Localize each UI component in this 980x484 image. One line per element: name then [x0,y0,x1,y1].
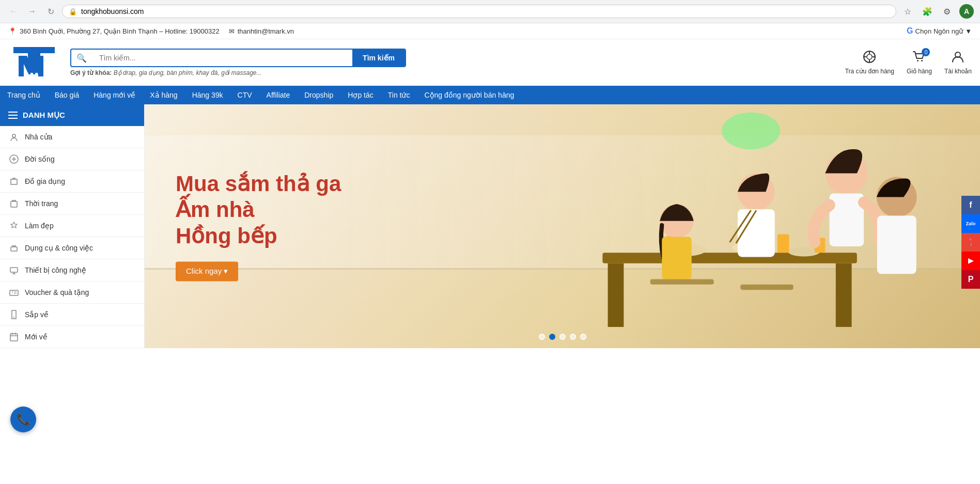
site-header: M 🔍 Tìm kiếm Gợi ý từ khóa: Bộ drap, gia… [0,39,980,86]
sidebar-item-thietbi[interactable]: Thiết bị công nghệ [0,259,144,282]
tools-icon [8,242,20,254]
sidebar-item-dungcu[interactable]: Dụng cụ & công việc [0,237,144,259]
beauty-icon [8,220,20,231]
nav-xahang[interactable]: Xả hàng [143,86,184,104]
svg-rect-23 [10,290,18,295]
sidebar-item-sapve[interactable]: Sắp về [0,304,144,326]
sidebar-label-moive: Mới về [25,333,48,341]
sidebar-item-doisong[interactable]: Đời sống [0,148,144,170]
phone-sidebar-icon [8,309,20,320]
nav-trangchu[interactable]: Trang chủ [0,86,48,104]
user-avatar[interactable]: A [959,4,974,19]
sidebar-item-lamdep[interactable]: Làm đẹp [0,215,144,237]
life-icon [8,153,20,165]
sidebar-item-nhacua[interactable]: Nhà cửa [0,126,144,148]
nav-dropship[interactable]: Dropship [297,86,340,104]
dot-2[interactable] [549,334,555,340]
language-selector[interactable]: G Chọn Ngôn ngữ ▼ [907,26,972,36]
nav-hang39k[interactable]: Hàng 39k [185,86,230,104]
search-box: 🔍 Tìm kiếm [70,49,406,67]
hamburger-icon[interactable] [8,112,18,119]
browser-chrome: ← → ↻ 🔒 ☆ 🧩 ⚙ A [0,0,980,23]
sidebar-item-voucher[interactable]: Voucher & quà tặng [0,282,144,304]
nav-hangmoive[interactable]: Hàng mới về [86,86,143,104]
youtube-button[interactable]: ▶ [961,252,980,270]
fashion-icon [8,198,20,209]
sidebar-title: DANH MỤC [23,111,65,120]
reload-button[interactable]: ↻ [43,4,58,19]
pinterest-button[interactable]: P [961,270,980,289]
cart-label: Giỏ hàng [907,68,932,75]
email-icon: ✉ [229,27,235,35]
address-bar[interactable]: 🔒 [62,5,896,18]
search-icon: 🔍 [71,50,92,66]
sidebar-item-thoitrang[interactable]: Thời trang [0,193,144,215]
home-icon [8,131,20,143]
nav-affiliate[interactable]: Affiliate [259,86,298,104]
family-scene [437,104,980,348]
voucher-icon [8,287,20,298]
search-area: 🔍 Tìm kiếm Gợi ý từ khóa: Bộ drap, gia d… [70,49,406,76]
header-actions: Tra cứu đơn hàng 0 Giỏ hàng Tài khoản [845,50,972,75]
nav-ctv[interactable]: CTV [230,86,259,104]
sidebar-label-voucher: Voucher & quà tặng [25,288,89,296]
dot-5[interactable] [580,334,586,340]
carousel-dots [539,334,586,340]
url-input[interactable] [81,7,890,15]
cart-button[interactable]: 0 Giỏ hàng [907,50,932,75]
dot-3[interactable] [559,334,566,340]
sidebar-label-doisong: Đời sống [25,155,55,163]
svg-rect-54 [650,279,714,285]
nav-congdong[interactable]: Cộng đồng người bán hàng [417,86,521,104]
youtube-icon: ▶ [968,257,973,264]
svg-rect-55 [740,285,794,290]
dropdown-arrow-icon: ▼ [965,27,972,35]
svg-point-10 [917,60,919,61]
top-info-right[interactable]: G Chọn Ngôn ngữ ▼ [907,26,972,36]
facebook-icon: f [969,200,972,210]
tech-icon [8,264,20,276]
svg-rect-49 [738,209,775,257]
order-lookup-label: Tra cứu đơn hàng [845,68,894,75]
banner-text: Mua sắm thả ga Ấm nhà Hồng bếp Click nga… [176,171,341,281]
nav-tintuc[interactable]: Tin tức [381,86,417,104]
browser-actions: ☆ 🧩 ⚙ A [900,4,974,19]
kitchen-icon [8,176,20,187]
svg-text:M: M [27,59,41,78]
facebook-button[interactable]: f [961,196,980,214]
sidebar-item-moive[interactable]: Mới về [0,326,144,348]
nav-baogia[interactable]: Báo giá [48,86,86,104]
nav-hoptac[interactable]: Hợp tác [340,86,380,104]
map-button[interactable]: 📍 [961,233,980,252]
banner-cta-button[interactable]: Click ngay ▾ [176,262,238,282]
search-button[interactable]: Tìm kiếm [352,50,405,66]
dot-4[interactable] [570,334,576,340]
back-button[interactable]: ← [6,4,21,19]
search-suggestions: Gợi ý từ khóa: Bộ drap, gia dụng, bàn ph… [70,69,406,76]
search-input[interactable] [92,50,352,66]
extensions-icon[interactable]: 🧩 [920,4,935,19]
svg-rect-53 [662,237,691,279]
svg-point-24 [12,291,13,292]
google-g-icon: G [907,26,913,36]
svg-rect-37 [836,263,852,327]
sidebar-label-thoitrang: Thời trang [25,199,58,208]
sidebar-label-thietbi: Thiết bị công nghệ [25,266,86,274]
order-lookup[interactable]: Tra cứu đơn hàng [845,50,894,75]
account-button[interactable]: Tài khoản [944,50,972,75]
forward-button[interactable]: → [25,4,39,19]
svg-rect-28 [10,334,18,341]
bookmark-icon[interactable]: ☆ [900,4,915,19]
sidebar-label-sapve: Sắp về [25,310,49,319]
logo[interactable]: M [8,44,60,81]
main-nav: Trang chủ Báo giá Hàng mới về Xả hàng Hà… [0,86,980,104]
profile-menu-icon[interactable]: ⚙ [940,4,954,19]
zalo-button[interactable]: Zalo [961,214,980,233]
map-icon: 📍 [967,238,975,246]
email-text: thanhtin@tmark.vn [238,27,294,35]
dot-1[interactable] [539,334,545,340]
address-text: 360 Bình Quới, Phường 27, Quận Bình Thạn… [20,27,220,35]
sidebar-item-dogiadung[interactable]: Đồ gia dụng [0,170,144,193]
banner-line1: Mua sắm thả ga [176,171,341,197]
main-content: DANH MỤC Nhà cửa Đời sống Đồ gia dụng Th… [0,104,980,348]
